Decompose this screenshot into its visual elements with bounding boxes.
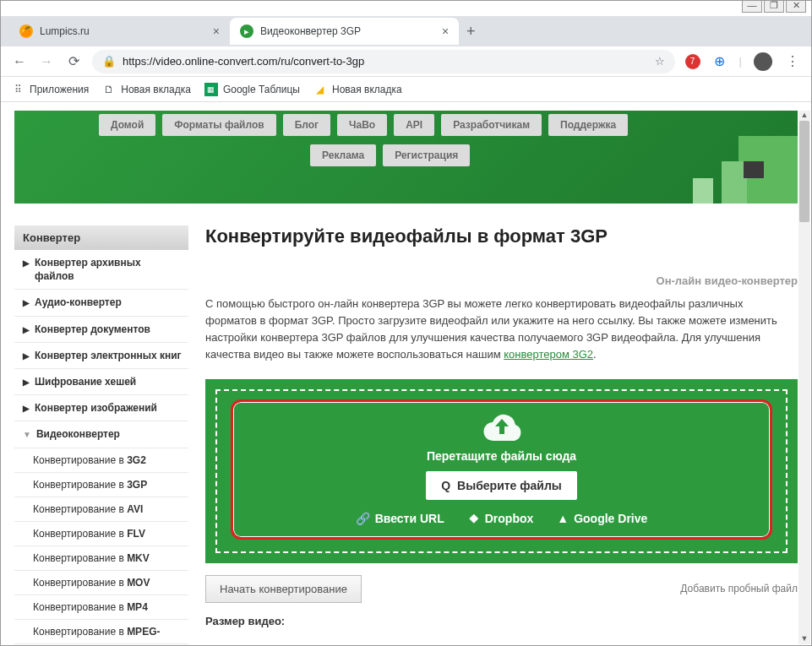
browser-tabs: 🍊 Lumpics.ru × ▸ Видеоконвертер 3GP × + bbox=[1, 16, 811, 46]
nav-register[interactable]: Регистрация bbox=[383, 144, 470, 166]
site-banner: Домой Форматы файлов Блог ЧаВо API Разра… bbox=[14, 111, 798, 204]
caret-right-icon: ▶ bbox=[23, 297, 30, 309]
window-close[interactable]: ✕ bbox=[786, 0, 806, 13]
source-dropbox[interactable]: ⯁Dropbox bbox=[468, 512, 534, 525]
sidebar: Конвертер ▶Конвертер архивных файлов ▶Ау… bbox=[14, 225, 188, 644]
choose-files-label: Выберите файлы bbox=[457, 479, 562, 492]
caret-right-icon: ▶ bbox=[23, 377, 30, 388]
upload-dropzone[interactable]: Перетащите файлы сюда Q Выберите файлы 🔗… bbox=[215, 389, 787, 553]
window-minimize[interactable]: — bbox=[742, 0, 762, 13]
caret-right-icon: ▶ bbox=[23, 324, 30, 336]
sidebar-header: Конвертер bbox=[14, 225, 188, 250]
bookmarks-bar: ⠿ Приложения 🗋 Новая вкладка ▦ Google Та… bbox=[1, 77, 811, 102]
tab-close-icon[interactable]: × bbox=[442, 24, 449, 38]
caret-right-icon: ▶ bbox=[23, 258, 30, 269]
source-row: 🔗Ввести URL ⯁Dropbox ▲Google Drive bbox=[250, 512, 753, 525]
nav-support[interactable]: Поддержка bbox=[548, 114, 628, 136]
link-icon: 🔗 bbox=[356, 512, 370, 525]
menu-icon[interactable]: ⋮ bbox=[784, 53, 801, 69]
sidebar-item-label: Конвертер изображений bbox=[35, 401, 157, 415]
new-tab-button[interactable]: + bbox=[459, 19, 482, 43]
page-icon: 🗋 bbox=[102, 83, 116, 96]
sidebar-sub-mov[interactable]: Конвертирование в MOV bbox=[14, 571, 188, 595]
action-row: Начать конвертирование Добавить пробный … bbox=[205, 575, 798, 603]
vertical-scrollbar[interactable]: ▲ ▼ bbox=[798, 111, 810, 644]
page-title: Конвертируйте видеофайлы в формат 3GP bbox=[205, 225, 798, 247]
bookmark-label: Google Таблицы bbox=[223, 84, 300, 95]
apps-label: Приложения bbox=[30, 84, 89, 95]
bookmark-star-icon[interactable]: ☆ bbox=[655, 55, 665, 68]
address-bar[interactable]: 🔒 https://video.online-convert.com/ru/co… bbox=[92, 50, 675, 73]
sidebar-item-ebooks[interactable]: ▶Конвертер электронных книг bbox=[14, 343, 188, 369]
tab-lumpics[interactable]: 🍊 Lumpics.ru × bbox=[9, 18, 230, 45]
start-convert-button[interactable]: Начать конвертирование bbox=[205, 575, 362, 603]
apps-button[interactable]: ⠿ Приложения bbox=[11, 83, 89, 96]
scroll-up-arrow[interactable]: ▲ bbox=[798, 111, 810, 121]
sidebar-item-video[interactable]: ▼Видеоконвертер bbox=[14, 421, 188, 448]
back-button[interactable]: ← bbox=[11, 54, 28, 69]
upload-box: Перетащите файлы сюда Q Выберите файлы 🔗… bbox=[205, 379, 798, 563]
extension-icon-1[interactable]: 7 bbox=[685, 54, 700, 69]
scroll-down-arrow[interactable]: ▼ bbox=[798, 634, 810, 644]
page-viewport: Домой Форматы файлов Блог ЧаВо API Разра… bbox=[1, 111, 811, 645]
nav-blog[interactable]: Блог bbox=[283, 114, 330, 136]
sheets-icon: ▦ bbox=[204, 83, 218, 96]
sidebar-item-label: Конвертер электронных книг bbox=[35, 349, 182, 362]
bookmark-item[interactable]: ▦ Google Таблицы bbox=[204, 83, 300, 96]
favicon-lumpics: 🍊 bbox=[19, 24, 33, 38]
drop-label: Перетащите файлы сюда bbox=[250, 449, 753, 463]
sidebar-sub-flv[interactable]: Конвертирование в FLV bbox=[14, 522, 188, 546]
address-row: ← → ⟳ 🔒 https://video.online-convert.com… bbox=[1, 46, 811, 77]
reload-button[interactable]: ⟳ bbox=[65, 53, 82, 69]
extension-icon-2[interactable]: ⊕ bbox=[712, 54, 728, 69]
choose-files-button[interactable]: Q Выберите файлы bbox=[426, 471, 577, 500]
source-gdrive[interactable]: ▲Google Drive bbox=[557, 512, 647, 525]
sidebar-item-hash[interactable]: ▶Шифрование хешей bbox=[14, 369, 188, 395]
sidebar-item-audio[interactable]: ▶Аудио-конвертер bbox=[14, 290, 188, 316]
caret-down-icon: ▼ bbox=[23, 429, 31, 441]
sidebar-item-archive[interactable]: ▶Конвертер архивных файлов bbox=[14, 250, 188, 290]
scroll-thumb[interactable] bbox=[799, 121, 809, 222]
nav-home[interactable]: Домой bbox=[99, 114, 155, 136]
tab-close-icon[interactable]: × bbox=[213, 24, 220, 38]
favicon-onlineconvert: ▸ bbox=[240, 24, 253, 38]
nav-api[interactable]: API bbox=[394, 114, 434, 136]
caret-right-icon: ▶ bbox=[23, 403, 30, 415]
cloud-upload-icon bbox=[479, 410, 525, 444]
source-url[interactable]: 🔗Ввести URL bbox=[356, 512, 444, 525]
sidebar-sub-avi[interactable]: Конвертирование в AVI bbox=[14, 497, 188, 522]
link-3g2[interactable]: конвертером 3G2 bbox=[504, 348, 593, 361]
sidebar-sub-3g2[interactable]: Конвертирование в 3G2 bbox=[14, 448, 188, 473]
nav-developers[interactable]: Разработчикам bbox=[441, 114, 542, 136]
tab-videoconverter[interactable]: ▸ Видеоконвертер 3GP × bbox=[230, 18, 459, 45]
extension-icons: 7 ⊕ | ⋮ bbox=[685, 52, 801, 71]
sidebar-sub-mkv[interactable]: Конвертирование в MKV bbox=[14, 546, 188, 571]
nav-faq[interactable]: ЧаВо bbox=[337, 114, 387, 136]
sidebar-item-images[interactable]: ▶Конвертер изображений bbox=[14, 395, 188, 421]
separator: | bbox=[739, 55, 742, 68]
window-maximize[interactable]: ❐ bbox=[764, 0, 784, 13]
url-text: https://video.online-convert.com/ru/conv… bbox=[123, 55, 364, 68]
sidebar-item-documents[interactable]: ▶Конвертер документов bbox=[14, 317, 188, 343]
bookmark-item[interactable]: 🗋 Новая вкладка bbox=[102, 83, 191, 96]
nav-ads[interactable]: Реклама bbox=[310, 144, 376, 166]
lock-icon: 🔒 bbox=[102, 55, 116, 68]
sidebar-sub-3gp[interactable]: Конвертирование в 3GP bbox=[14, 473, 188, 497]
description: С помощью быстрого он-лайн конвертера 3G… bbox=[205, 296, 798, 364]
main-content: Конвертируйте видеофайлы в формат 3GP Он… bbox=[205, 225, 798, 644]
add-trial-link[interactable]: Добавить пробный файл bbox=[680, 583, 798, 594]
sidebar-sub-mpeg[interactable]: Конвертирование в MPEG- bbox=[14, 620, 188, 644]
sidebar-item-label: Аудио-конвертер bbox=[35, 296, 122, 309]
bookmark-label: Новая вкладка bbox=[121, 84, 191, 95]
bookmark-item[interactable]: ◢ Новая вкладка bbox=[313, 83, 402, 96]
page-subtitle: Он-лайн видео-конвертер bbox=[205, 274, 798, 287]
section-video-size: Размер видео: bbox=[205, 615, 798, 627]
sidebar-sub-mp4[interactable]: Конвертирование в MP4 bbox=[14, 595, 188, 620]
profile-avatar[interactable] bbox=[754, 52, 772, 71]
gdrive-icon: ▲ bbox=[557, 512, 569, 525]
upload-highlight: Перетащите файлы сюда Q Выберите файлы 🔗… bbox=[231, 399, 772, 540]
apps-icon: ⠿ bbox=[11, 83, 25, 96]
sidebar-item-label: Конвертер документов bbox=[35, 323, 150, 336]
forward-button[interactable]: → bbox=[38, 54, 55, 69]
nav-formats[interactable]: Форматы файлов bbox=[162, 114, 275, 136]
